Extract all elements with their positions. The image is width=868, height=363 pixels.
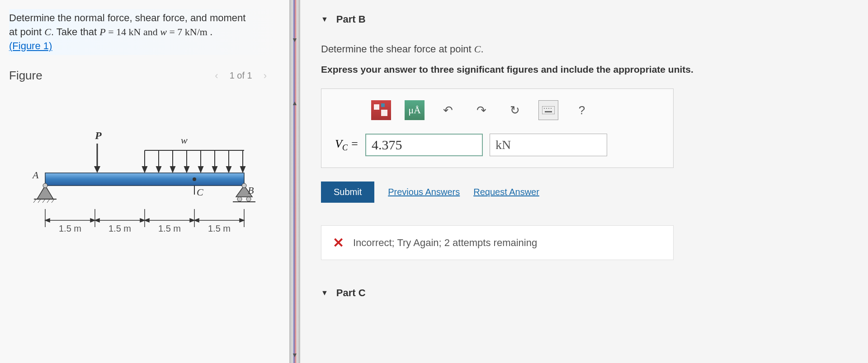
svg-point-33 xyxy=(193,177,196,181)
dim-3: 1.5 m xyxy=(158,223,181,233)
svg-line-25 xyxy=(42,199,45,203)
svg-rect-60 xyxy=(545,111,552,112)
svg-marker-15 xyxy=(212,167,217,172)
scroll-down-icon[interactable]: ▼ xyxy=(292,36,298,43)
feedback-text: Incorrect; Try Again; 2 attempts remaini… xyxy=(353,237,537,249)
svg-marker-19 xyxy=(241,167,245,172)
pager-text: 1 of 1 xyxy=(230,70,252,81)
svg-marker-41 xyxy=(45,219,50,222)
part-b-title: Part B xyxy=(336,14,366,25)
undo-icon[interactable]: ↶ xyxy=(438,100,458,120)
submit-button[interactable]: Submit xyxy=(321,182,374,203)
svg-marker-47 xyxy=(145,219,149,222)
previous-answers-link[interactable]: Previous Answers xyxy=(388,187,460,197)
templates-button[interactable] xyxy=(371,100,391,120)
figure-title: Figure xyxy=(9,69,42,83)
svg-marker-9 xyxy=(170,167,175,172)
dim-4: 1.5 m xyxy=(208,223,231,233)
svg-point-29 xyxy=(242,183,246,188)
svg-point-59 xyxy=(551,108,552,109)
svg-rect-54 xyxy=(381,110,387,116)
svg-point-31 xyxy=(246,197,251,201)
svg-marker-2 xyxy=(94,166,100,173)
keyboard-icon[interactable] xyxy=(538,100,558,120)
svg-point-30 xyxy=(237,197,242,201)
svg-point-58 xyxy=(548,108,549,109)
part-c-title: Part C xyxy=(336,287,366,299)
panel-divider[interactable]: ▼ ▲ ▼ xyxy=(289,0,300,363)
svg-line-26 xyxy=(47,199,50,203)
svg-marker-11 xyxy=(184,167,189,172)
svg-rect-0 xyxy=(45,173,244,186)
incorrect-icon: ✕ xyxy=(333,235,344,251)
svg-rect-52 xyxy=(374,104,379,110)
figure-link[interactable]: (Figure 1) xyxy=(9,40,52,51)
reset-icon[interactable]: ↻ xyxy=(505,100,525,120)
next-figure-icon[interactable]: › xyxy=(264,70,267,82)
question-text: Determine the shear force at point C. xyxy=(321,43,845,55)
svg-rect-53 xyxy=(381,103,385,107)
feedback-box: ✕ Incorrect; Try Again; 2 attempts remai… xyxy=(321,225,674,260)
label-A: A xyxy=(32,169,39,181)
left-panel: Determine the normal force, shear force,… xyxy=(0,0,289,363)
caret-down-icon[interactable]: ▼ xyxy=(321,289,328,297)
svg-line-27 xyxy=(52,199,54,203)
help-icon[interactable]: ? xyxy=(572,100,592,120)
answer-toolbar: μÅ ↶ ↷ ↻ ? xyxy=(371,100,660,120)
prev-figure-icon[interactable]: ‹ xyxy=(215,70,218,82)
units-button[interactable]: μÅ xyxy=(405,100,425,120)
caret-down-icon[interactable]: ▼ xyxy=(321,15,328,23)
svg-marker-13 xyxy=(198,167,203,172)
variable-label: VC = xyxy=(335,137,359,153)
figure-diagram: P w A xyxy=(32,105,258,241)
svg-point-21 xyxy=(43,183,47,188)
figure-pager: ‹ 1 of 1 › xyxy=(215,70,267,82)
scroll-up-icon[interactable]: ▲ xyxy=(292,99,298,107)
unit-input[interactable] xyxy=(490,134,607,156)
svg-marker-44 xyxy=(95,219,99,222)
dim-2: 1.5 m xyxy=(108,223,131,233)
scroll-down2-icon[interactable]: ▼ xyxy=(292,351,298,358)
figure-header: Figure ‹ 1 of 1 › xyxy=(9,69,280,83)
answer-box: μÅ ↶ ↷ ↻ ? VC = xyxy=(321,88,674,168)
svg-point-57 xyxy=(546,108,547,109)
right-panel: ▼ Part B Determine the shear force at po… xyxy=(289,0,868,363)
label-B: B xyxy=(248,185,254,196)
label-P: P xyxy=(94,130,102,141)
problem-statement: Determine the normal force, shear force,… xyxy=(9,9,280,55)
answer-row: VC = xyxy=(335,134,660,156)
dim-1: 1.5 m xyxy=(59,223,81,233)
svg-marker-51 xyxy=(240,219,244,222)
svg-line-24 xyxy=(38,199,41,203)
part-b-header[interactable]: ▼ Part B xyxy=(321,14,845,25)
prob-line1: Determine the normal force, shear force,… xyxy=(9,12,245,23)
part-c-header[interactable]: ▼ Part C xyxy=(321,287,845,299)
svg-marker-7 xyxy=(156,167,161,172)
svg-marker-17 xyxy=(226,167,231,172)
svg-marker-50 xyxy=(194,219,199,222)
value-input[interactable] xyxy=(365,134,483,156)
instruction-text: Express your answer to three significant… xyxy=(321,64,845,75)
label-w: w xyxy=(181,135,188,146)
svg-marker-5 xyxy=(142,167,147,172)
svg-rect-55 xyxy=(542,106,555,114)
request-answer-link[interactable]: Request Answer xyxy=(473,187,539,197)
redo-icon[interactable]: ↷ xyxy=(472,100,491,120)
svg-line-23 xyxy=(33,199,36,203)
svg-point-56 xyxy=(544,108,545,109)
label-C: C xyxy=(197,186,203,198)
action-row: Submit Previous Answers Request Answer xyxy=(321,182,845,203)
